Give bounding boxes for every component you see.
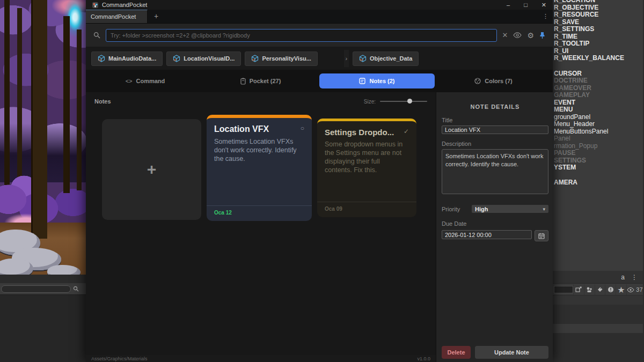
hierarchy-item[interactable]: EVENT (553, 99, 643, 107)
hierarchy-item[interactable]: R_LOCATION (553, 0, 643, 4)
note-card-date: Oca 12 (207, 205, 312, 221)
chip-label: Objective_Data (370, 55, 412, 62)
add-tab-button[interactable]: + (154, 10, 158, 23)
visibility-toggle[interactable]: 37 (626, 284, 643, 295)
inspector-row (553, 324, 643, 333)
note-card-settings-dropdown[interactable]: Settings Dropdo... ✓ Some dropdown menus… (317, 119, 416, 217)
note-card-title: Location VFX (214, 124, 269, 134)
hierarchy-item[interactable]: R_SETTINGS (553, 26, 643, 33)
pinned-chip[interactable]: PersonalityVisu... (245, 51, 318, 66)
scriptable-object-icon (98, 55, 105, 62)
status-check-icon[interactable]: ✓ (404, 128, 409, 135)
size-slider[interactable] (380, 101, 427, 102)
hierarchy-toolbar: ★ 37 (553, 284, 643, 295)
close-button[interactable]: ✕ (541, 0, 546, 10)
star-glyph: ★ (617, 285, 625, 295)
tree-trunk (4, 0, 10, 188)
tab-pocket[interactable]: Pocket (27) (203, 73, 318, 88)
chip-label: MainAudioData... (108, 55, 156, 62)
add-note-card[interactable]: + (102, 119, 201, 220)
pocket-icon (240, 78, 246, 85)
pinned-chip[interactable]: MainAudioData... (91, 51, 163, 66)
description-field[interactable]: Sometimes Location VFXs don't work corre… (442, 149, 548, 194)
editor-tab-row: CommandPocket + ⋮ (86, 10, 553, 24)
pinned-chip[interactable]: Objective_Data (353, 51, 419, 66)
priority-label: Priority (442, 206, 472, 212)
hierarchy-item[interactable]: AMERA (553, 179, 643, 187)
hierarchy-item[interactable]: GAMEPLAY (553, 92, 643, 99)
gear-icon[interactable]: ⚙ (527, 31, 534, 40)
hierarchy-item[interactable]: SETTINGS (553, 157, 643, 165)
maximize-button[interactable]: □ (524, 0, 528, 10)
hierarchy-item[interactable]: R_TOOLTIP (553, 40, 643, 48)
hierarchy-item[interactable]: R_UI (553, 48, 643, 55)
inspector-row (553, 305, 643, 324)
status-bar: Assets/Graphics/Materials v1.0.0 (86, 355, 436, 362)
hierarchy-item[interactable]: R_SAVE (553, 19, 643, 26)
select-target-icon[interactable] (573, 284, 584, 295)
hierarchy-item[interactable]: YSTEM (553, 164, 643, 172)
hierarchy-item[interactable]: PAUSE (553, 150, 643, 157)
due-date-label: Due Date (442, 220, 548, 227)
tag-icon[interactable] (595, 284, 605, 295)
hierarchy-item[interactable]: R_TIME (553, 33, 643, 41)
hierarchy-list: R_LOCATION R_OBJECTIVE R_RESOURCE R_SAVE… (553, 0, 643, 186)
hierarchy-item[interactable]: Panel (553, 135, 643, 143)
status-circle-icon[interactable]: ○ (301, 124, 304, 132)
delete-button[interactable]: Delete (442, 346, 471, 359)
hierarchy-item[interactable]: groundPanel (553, 114, 643, 121)
pinned-chip[interactable]: LocationVisualD... (166, 51, 241, 66)
hierarchy-item[interactable]: R_OBJECTIVE (553, 4, 643, 12)
search-toolbar: ✕ ⚙ (86, 24, 553, 47)
calendar-button[interactable] (535, 230, 548, 241)
due-date-field[interactable] (442, 230, 532, 239)
hierarchy-item[interactable]: DOCTRINE (553, 77, 643, 85)
pin-icon[interactable] (539, 32, 545, 39)
window-titlebar[interactable]: CommandPocket – □ ✕ (86, 0, 553, 10)
inspector-row (553, 295, 643, 305)
clear-search-icon[interactable]: ✕ (502, 31, 508, 39)
chip-label: LocationVisualD... (184, 55, 235, 62)
tab-notes[interactable]: Notes (2) (319, 73, 435, 88)
hierarchy-item[interactable]: Menu_Header (553, 121, 643, 128)
tab-command[interactable]: <> Command (87, 73, 203, 88)
note-card-location-vfx[interactable]: Location VFX ○ Sometimes Location VFXs d… (207, 115, 312, 221)
scriptable-object-icon (173, 55, 180, 62)
lock-icon[interactable]: a (621, 274, 625, 281)
chevron-down-icon: ▾ (543, 206, 545, 212)
notes-section-title: Notes (94, 98, 111, 105)
hierarchy-item[interactable]: GAMEOVER (553, 85, 643, 92)
palette-icon (474, 78, 481, 84)
hierarchy-item[interactable]: R_RESOURCE (553, 11, 643, 19)
command-search-input[interactable] (106, 29, 497, 42)
hierarchy-item[interactable]: CURSOR (553, 70, 643, 78)
minimize-button[interactable]: – (507, 0, 510, 10)
editor-tab-commandpocket[interactable]: CommandPocket (86, 10, 148, 23)
preset-icon[interactable] (584, 284, 595, 295)
tree-trunk (63, 16, 70, 193)
hierarchy-item[interactable]: MenuButtonsPanel (553, 128, 643, 136)
chip-scroll-button[interactable]: › (344, 50, 349, 67)
size-slider-knob[interactable] (407, 99, 412, 104)
status-path: Assets/Graphics/Materials (91, 356, 148, 361)
toolbar-search-box[interactable] (554, 286, 573, 293)
star-icon[interactable]: ★ (616, 284, 626, 295)
note-icon (359, 78, 365, 84)
details-header: NOTE DETAILS (442, 104, 548, 110)
hierarchy-item[interactable]: rmation_Popup (553, 143, 643, 150)
inspector-row (553, 333, 643, 362)
search-icon (73, 286, 79, 292)
tab-menu-icon[interactable]: ⋮ (543, 10, 548, 23)
eye-icon[interactable] (513, 32, 522, 38)
kebab-menu-icon[interactable]: ⋮ (631, 274, 638, 281)
update-note-button[interactable]: Update Note (475, 346, 548, 359)
tree-trunk (17, 8, 22, 190)
hierarchy-item[interactable]: MENU (553, 106, 643, 114)
title-field[interactable] (442, 125, 548, 134)
warning-icon[interactable] (605, 284, 616, 295)
hierarchy-item[interactable]: R_WEEKLY_BALANCE (553, 55, 643, 62)
project-search-input[interactable] (1, 285, 71, 293)
tab-colors[interactable]: Colors (7) (436, 73, 551, 88)
priority-dropdown[interactable]: High ▾ (472, 205, 548, 213)
commandpocket-window: CommandPocket – □ ✕ CommandPocket + ⋮ ✕ … (86, 0, 553, 362)
